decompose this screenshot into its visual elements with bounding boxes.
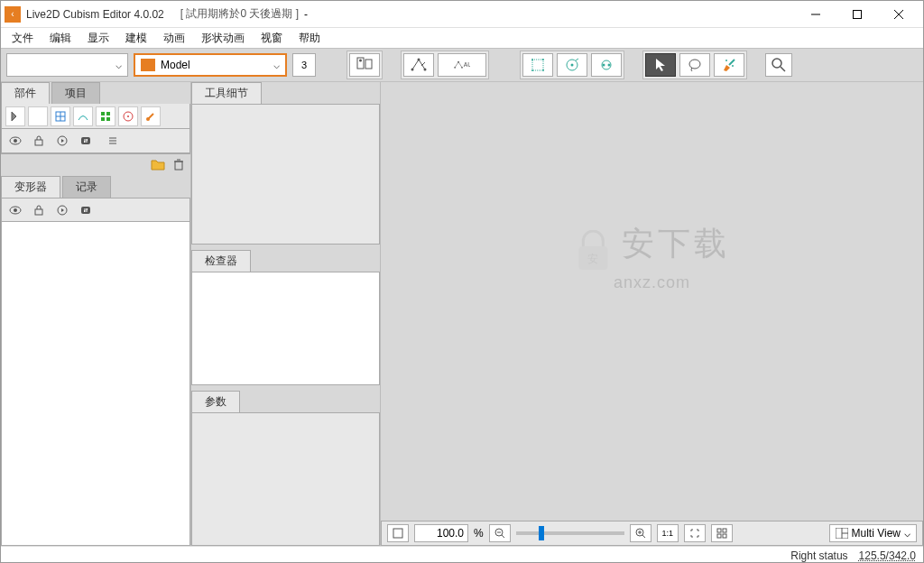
filter-warp-button[interactable] (96, 106, 116, 126)
mesh-auto-button[interactable]: AUTO (438, 53, 486, 77)
tab-tool-detail[interactable]: 工具细节 (191, 82, 262, 104)
svg-rect-32 (101, 112, 105, 115)
zoom-slider-thumb[interactable] (539, 526, 544, 540)
ratio-button[interactable]: 1:1 (657, 524, 679, 542)
trial-notice: [ 試用期將於0 天後過期 ] (180, 6, 299, 22)
lock-icon[interactable] (29, 200, 49, 220)
deformer-list[interactable] (1, 221, 190, 546)
chevron-down-icon: ⌵ (116, 59, 122, 71)
workspace-combo[interactable]: ⌵ (6, 53, 128, 77)
title-suffix: - (304, 8, 308, 21)
svg-point-9 (424, 69, 427, 71)
svg-point-38 (146, 117, 150, 121)
mesh-edit-button[interactable] (403, 53, 434, 77)
zoom-slider[interactable] (516, 531, 624, 535)
zoom-in-button[interactable] (630, 524, 651, 542)
svg-rect-41 (35, 140, 42, 145)
menu-file[interactable]: 文件 (6, 29, 39, 48)
visibility-icon[interactable] (5, 200, 25, 220)
fit-button[interactable] (684, 524, 706, 542)
glue-button[interactable] (591, 53, 622, 77)
warp-deform-button[interactable] (522, 53, 553, 77)
toolbar: ⌵ Model ⌵ 3 AUTO (1, 48, 923, 82)
menu-shapeanim[interactable]: 形状动画 (196, 29, 250, 48)
svg-point-8 (418, 59, 420, 61)
svg-text:AUTO: AUTO (464, 61, 470, 68)
arrow-tool-button[interactable] (645, 53, 676, 77)
svg-point-24 (689, 60, 700, 69)
watermark-en: anxz.com (574, 273, 730, 292)
play-icon[interactable] (52, 200, 72, 220)
svg-rect-68 (723, 534, 726, 538)
parts-tabs: 部件 项目 (1, 82, 190, 104)
tool-detail-body (191, 104, 380, 245)
watermark: 安 安下载 anxz.com (574, 222, 730, 292)
texture-atlas-button[interactable] (349, 53, 380, 77)
app-title: Live2D Cubism Editor 4.0.02 (26, 8, 164, 21)
folder-icon[interactable] (151, 158, 165, 173)
tool-group-deform (520, 51, 624, 79)
svg-point-51 (14, 208, 17, 212)
visibility-icon[interactable] (5, 131, 25, 151)
svg-point-10 (454, 67, 456, 69)
grid-button[interactable] (711, 524, 733, 542)
lasso-tool-button[interactable] (679, 53, 710, 77)
window-controls (795, 1, 919, 28)
svg-point-12 (461, 67, 463, 69)
svg-rect-67 (717, 534, 721, 538)
menu-window[interactable]: 视窗 (255, 29, 288, 48)
swap-icon[interactable] (76, 200, 96, 220)
filter-curve-button[interactable] (73, 106, 93, 126)
menu-help[interactable]: 帮助 (293, 29, 326, 48)
svg-point-11 (457, 61, 459, 63)
tool-group-mesh: AUTO (401, 51, 489, 79)
tab-inspector[interactable]: 检查器 (191, 250, 251, 272)
svg-point-40 (14, 139, 17, 143)
play-icon[interactable] (52, 131, 72, 151)
parameter-panel: 参数 (191, 391, 380, 546)
menu-model[interactable]: 建模 (120, 29, 152, 48)
tab-log[interactable]: 记录 (62, 176, 111, 198)
svg-rect-47 (175, 162, 182, 170)
filter-artmesh-button[interactable] (51, 106, 70, 126)
svg-point-22 (603, 64, 605, 67)
menu-view[interactable]: 显示 (82, 29, 115, 48)
main-layout: 部件 项目 (1, 82, 923, 546)
tab-project[interactable]: 项目 (51, 82, 100, 104)
filter-glue-button[interactable] (141, 106, 161, 126)
svg-point-20 (571, 64, 574, 67)
tab-parts[interactable]: 部件 (1, 82, 50, 104)
maximize-button[interactable] (836, 1, 878, 28)
filter-arrow-button[interactable] (5, 106, 25, 126)
trash-icon[interactable] (172, 158, 185, 173)
zoom-value-input[interactable]: 100.0 (414, 524, 468, 542)
zoom-out-button[interactable] (489, 524, 511, 542)
svg-rect-14 (532, 60, 543, 70)
filter-rotation-button[interactable] (118, 106, 138, 126)
swap-icon[interactable] (76, 131, 96, 151)
menu-anim[interactable]: 动画 (158, 29, 190, 48)
menu-edit[interactable]: 编辑 (44, 29, 77, 48)
tab-deformer[interactable]: 变形器 (1, 176, 60, 198)
minimize-button[interactable] (795, 1, 836, 28)
canvas-viewport[interactable]: 安 安下载 anxz.com (381, 82, 923, 521)
svg-rect-65 (717, 529, 721, 532)
lock-icon[interactable] (29, 131, 49, 151)
brush-tool-button[interactable] (714, 53, 744, 77)
multi-view-button[interactable]: Multi View ⌵ (829, 524, 917, 542)
menu-icon[interactable] (103, 131, 123, 151)
multi-view-label: Multi View (852, 527, 901, 540)
svg-point-15 (531, 59, 533, 60)
mode-combo[interactable]: Model ⌵ (134, 53, 287, 77)
rotation-deform-button[interactable] (557, 53, 587, 77)
inspector-body (191, 272, 380, 385)
number-box[interactable]: 3 (292, 53, 316, 77)
artboard-toggle-button[interactable] (387, 524, 409, 542)
tool-group-select (642, 51, 747, 79)
tab-parameter[interactable]: 参数 (191, 391, 240, 412)
zoom-unit: % (474, 527, 484, 540)
svg-line-60 (502, 535, 504, 538)
close-button[interactable] (878, 1, 919, 28)
filter-blank-button[interactable] (28, 106, 48, 126)
magnify-tool-button[interactable] (765, 53, 792, 77)
